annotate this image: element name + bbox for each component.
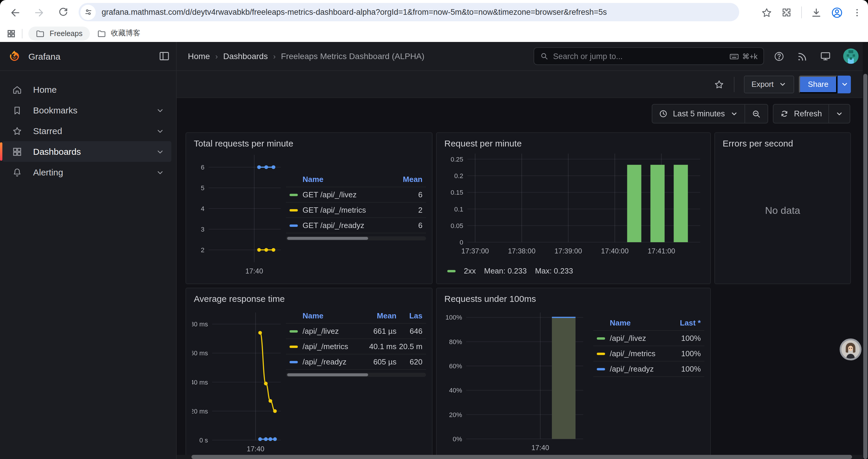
requests-under-100ms-chart[interactable]: 0%20%40%60%80%100%17:40 [442, 305, 587, 455]
legend-header: Name Last * [593, 315, 704, 330]
apps-grid-icon[interactable] [6, 29, 16, 38]
legend-col-mean[interactable]: Mean [360, 311, 397, 320]
profile-icon[interactable] [831, 6, 843, 19]
bookmark-folder-freeleaps[interactable]: Freeleaps [28, 26, 90, 40]
favorite-star-icon[interactable] [713, 79, 724, 90]
search-box[interactable]: ⌘+k [533, 47, 764, 65]
series-swatch [289, 330, 298, 332]
forward-icon[interactable] [34, 7, 45, 18]
request-per-minute-chart[interactable]: 00.050.10.150.20.2517:37:0017:38:0017:39… [442, 150, 706, 263]
sidebar-item-home[interactable]: Home [2, 79, 172, 100]
refresh-interval-caret[interactable] [829, 104, 850, 123]
extensions-icon[interactable] [781, 7, 793, 18]
series-name[interactable]: /api/_/readyz [610, 364, 670, 373]
series-mean: 6 [390, 221, 423, 230]
url-bar[interactable] [79, 3, 739, 21]
time-range-picker[interactable]: Last 5 minutes [652, 104, 745, 123]
legend-row[interactable]: GET /api/_/metrics 2 [286, 202, 426, 218]
sidebar-item-starred[interactable]: Starred [2, 121, 172, 141]
legend-col-name[interactable]: Name [289, 311, 360, 320]
legend-row[interactable]: /api/_/readyz 100% [593, 361, 704, 377]
legend-row[interactable]: /api/_/metrics 40.1 ms 20.5 m [286, 338, 426, 354]
folder-icon [97, 29, 106, 38]
legend-col-last[interactable]: Last * [670, 318, 701, 327]
series-name[interactable]: /api/_/metrics [610, 349, 670, 358]
series-last: 100% [670, 364, 701, 373]
grafana-logo[interactable] [8, 49, 21, 63]
total-requests-chart[interactable]: 2345617:40 [192, 150, 282, 277]
panel-title[interactable]: Requests under 100ms [437, 288, 710, 305]
help-icon[interactable] [773, 51, 785, 62]
back-icon[interactable] [9, 7, 21, 18]
sidebar-item-bookmarks[interactable]: Bookmarks [2, 100, 172, 121]
chevron-down-icon[interactable] [156, 127, 164, 135]
legend-row[interactable]: 2xx Mean: 0.233 Max: 0.233 [442, 263, 576, 275]
vertical-scrollbar[interactable] [863, 42, 868, 459]
legend-scrollbar[interactable] [286, 236, 426, 240]
dashboards-grid-icon [12, 146, 24, 157]
chevron-down-icon[interactable] [156, 147, 164, 156]
panel-title[interactable]: Request per minute [437, 133, 710, 150]
sidebar-item-alerting[interactable]: Alerting [2, 162, 172, 183]
legend-row[interactable]: /api/_/livez 661 µs 646 [286, 323, 426, 338]
zoom-out-button[interactable] [745, 104, 767, 123]
share-menu-caret[interactable] [837, 75, 851, 93]
legend-row[interactable]: /api/_/readyz 605 µs 620 [286, 354, 426, 370]
series-name[interactable]: /api/_/livez [610, 334, 670, 342]
mega-menu-toggle-icon[interactable] [158, 50, 170, 62]
download-icon[interactable] [811, 7, 822, 18]
user-avatar[interactable] [843, 48, 859, 64]
refresh-button[interactable]: Refresh [773, 104, 829, 123]
url-input[interactable] [96, 8, 739, 17]
breadcrumb-separator: › [215, 52, 218, 61]
series-mean: 661 µs [360, 327, 397, 335]
legend-col-last[interactable]: Las [397, 311, 423, 320]
panel-title[interactable]: Total requests per minute [186, 133, 432, 150]
legend-col-name[interactable]: Name [597, 318, 670, 327]
series-name[interactable]: /api/_/livez [303, 327, 360, 335]
chevron-down-icon[interactable] [156, 168, 164, 176]
bookmark-star-icon[interactable] [761, 7, 772, 18]
browser-menu-icon[interactable] [852, 7, 862, 18]
legend-scrollbar[interactable] [286, 373, 426, 377]
series-name[interactable]: GET /api/_/livez [303, 190, 390, 199]
svg-text:4: 4 [201, 205, 205, 212]
svg-text:17:39:00: 17:39:00 [555, 247, 582, 255]
bookmark-folder-label: Freeleaps [50, 29, 83, 37]
share-button[interactable]: Share [799, 75, 837, 93]
legend-col-name[interactable]: Name [289, 174, 390, 184]
svg-text:80 ms: 80 ms [192, 321, 208, 328]
sidebar-item-dashboards[interactable]: Dashboards [2, 141, 172, 162]
vertical-scrollbar-thumb[interactable] [863, 74, 867, 459]
reload-icon[interactable] [58, 7, 68, 18]
panel-title[interactable]: Average response time [186, 288, 432, 305]
site-settings-icon[interactable] [80, 4, 96, 20]
legend-row[interactable]: /api/_/metrics 100% [593, 346, 704, 361]
chevron-down-icon [730, 110, 738, 118]
legend-row[interactable]: GET /api/_/livez 6 [286, 187, 426, 202]
horizontal-scrollbar-thumb[interactable] [191, 455, 852, 459]
breadcrumb-home[interactable]: Home [188, 52, 210, 61]
bookmark-folder-blogs[interactable]: 收藏博客 [90, 26, 148, 40]
news-rss-icon[interactable] [797, 51, 808, 62]
series-swatch [289, 345, 298, 348]
legend-row[interactable]: GET /api/_/readyz 6 [286, 218, 426, 233]
horizontal-scrollbar[interactable] [177, 455, 863, 459]
series-mean: 2 [390, 205, 423, 215]
series-name[interactable]: GET /api/_/metrics [303, 205, 390, 215]
search-input[interactable] [548, 52, 729, 61]
chevron-down-icon[interactable] [156, 106, 164, 114]
zoom-out-icon [751, 109, 761, 119]
tv-mode-icon[interactable] [819, 50, 831, 62]
breadcrumb-dashboards[interactable]: Dashboards [223, 52, 268, 61]
panel-title[interactable]: Errors per second [715, 133, 850, 150]
average-response-time-chart[interactable]: 0 s20 ms40 ms60 ms80 ms17:40 [192, 305, 282, 455]
legend-col-mean[interactable]: Mean [390, 174, 423, 184]
series-name[interactable]: 2xx [464, 266, 476, 275]
legend-row[interactable]: /api/_/livez 100% [593, 330, 704, 346]
series-name[interactable]: GET /api/_/readyz [303, 221, 390, 230]
assistant-avatar-widget[interactable] [840, 338, 862, 360]
export-button[interactable]: Export [744, 75, 794, 93]
series-name[interactable]: /api/_/metrics [303, 342, 360, 351]
series-name[interactable]: /api/_/readyz [303, 357, 360, 366]
